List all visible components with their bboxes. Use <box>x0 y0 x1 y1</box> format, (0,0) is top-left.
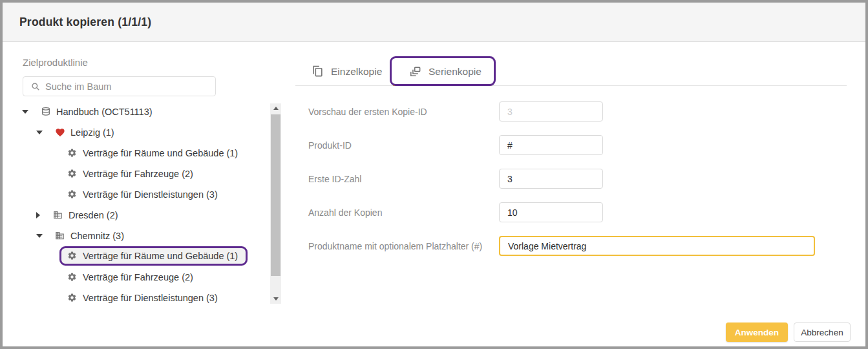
tree-row-vertraege-dienst-leipzig[interactable]: Verträge für Dienstleistungen (3) <box>67 184 218 205</box>
search-icon <box>31 82 40 91</box>
scroll-up-button[interactable] <box>270 103 281 113</box>
tree-item-label: Verträge für Dienstleistungen (3) <box>83 293 218 303</box>
tree-item-label: Handbuch (OCT51113) <box>56 107 153 117</box>
cancel-button[interactable]: Abbrechen <box>794 323 851 342</box>
tree-row-leipzig[interactable]: Leipzig (1) <box>36 122 114 143</box>
copy-count-field[interactable] <box>499 202 603 222</box>
tree-item-label: Dresden (2) <box>69 210 118 220</box>
tree-scrollbar[interactable] <box>270 103 281 304</box>
tree-row-dresden[interactable]: Dresden (2) <box>36 205 118 226</box>
tree-item-label: Leipzig (1) <box>70 127 114 138</box>
tree-item-label: Verträge für Fahrzeuge (2) <box>83 169 193 179</box>
gear-icon <box>67 189 78 200</box>
database-icon <box>41 107 51 117</box>
first-id-number-field[interactable] <box>499 169 603 189</box>
tab-label: Einzelkopie <box>331 66 382 78</box>
gear-icon <box>67 272 78 282</box>
chevron-down-icon[interactable] <box>36 131 43 134</box>
tree-item-label: Verträge für Räume und Gebäude (1) <box>83 148 238 158</box>
tab-label: Serienkopie <box>429 66 482 78</box>
gear-icon <box>67 169 78 179</box>
field-label: Anzahl der Kopien <box>308 207 382 218</box>
field-label: Produktname mit optionalem Platzhalter (… <box>308 241 482 251</box>
building-icon <box>55 231 65 241</box>
tree-row-vertraege-dienst-chemnitz[interactable]: Verträge für Dienstleistungen (3) <box>67 288 218 308</box>
building-icon <box>53 210 63 220</box>
dialog-title: Produkt kopieren (1/1/1) <box>19 16 151 29</box>
tree-row-chemnitz[interactable]: Chemnitz (3) <box>36 226 124 246</box>
apply-button[interactable]: Anwenden <box>726 323 788 342</box>
tree-item-label: Verträge für Räume und Gebäude (1) <box>83 251 238 261</box>
form-row: Erste ID-Zahl <box>308 169 361 189</box>
single-copy-icon <box>312 65 324 78</box>
field-label: Produkt-ID <box>308 140 352 151</box>
form-row: Produkt-ID <box>308 135 352 155</box>
tree-item-label: Chemnitz (3) <box>70 231 124 241</box>
product-name-field[interactable] <box>499 236 815 256</box>
product-id-field[interactable] <box>499 135 603 155</box>
tree-item-label: Verträge für Dienstleistungen (3) <box>83 189 218 200</box>
arrow-up-icon <box>273 107 279 110</box>
chevron-down-icon[interactable] <box>22 110 28 114</box>
preview-first-copy-id-field <box>499 101 603 122</box>
target-product-line-label: Zielproduktlinie <box>23 57 88 68</box>
tree-item-label: Verträge für Fahrzeuge (2) <box>83 272 193 282</box>
tree-row-vertraege-fahrzeuge-chemnitz[interactable]: Verträge für Fahrzeuge (2) <box>67 267 193 288</box>
tree-row-vertraege-raeume-chemnitz-selected[interactable]: Verträge für Räume und Gebäude (1) <box>67 246 248 266</box>
gear-icon <box>67 148 78 158</box>
tree-row-vertraege-fahrzeuge-leipzig[interactable]: Verträge für Fahrzeuge (2) <box>67 164 193 184</box>
dialog-header: Produkt kopieren (1/1/1) <box>3 3 865 42</box>
arrow-down-icon <box>273 297 279 301</box>
chevron-down-icon[interactable] <box>36 234 43 238</box>
form-row: Produktname mit optionalem Platzhalter (… <box>308 236 482 256</box>
tab-einzelkopie[interactable]: Einzelkopie <box>309 57 385 86</box>
form-row: Anzahl der Kopien <box>308 202 382 222</box>
field-label: Erste ID-Zahl <box>308 174 361 184</box>
tree-row-vertraege-raeume-leipzig[interactable]: Verträge für Räume und Gebäude (1) <box>67 143 238 164</box>
copy-mode-tabs: Einzelkopie Serienkopie <box>295 57 847 86</box>
gear-icon <box>67 293 78 303</box>
selected-tree-item-annotation[interactable]: Verträge für Räume und Gebäude (1) <box>59 246 248 266</box>
heart-icon <box>55 127 65 138</box>
tree-row-handbuch[interactable]: Handbuch (OCT51113) <box>22 101 153 122</box>
scroll-down-button[interactable] <box>270 294 281 304</box>
active-tab-indicator <box>393 84 491 86</box>
gear-icon <box>67 251 78 261</box>
chevron-right-icon[interactable] <box>36 212 40 218</box>
tree-search-input[interactable] <box>45 81 215 92</box>
tree-search-box[interactable] <box>23 76 216 96</box>
field-label: Vorschau der ersten Kopie-ID <box>308 107 427 117</box>
tab-serienkopie[interactable]: Serienkopie <box>407 57 484 86</box>
product-copy-dialog: Produkt kopieren (1/1/1) Zielproduktlini… <box>0 0 868 349</box>
multi-copy-icon <box>409 65 421 78</box>
scrollbar-thumb[interactable] <box>271 114 281 276</box>
form-row: Vorschau der ersten Kopie-ID <box>308 101 427 122</box>
